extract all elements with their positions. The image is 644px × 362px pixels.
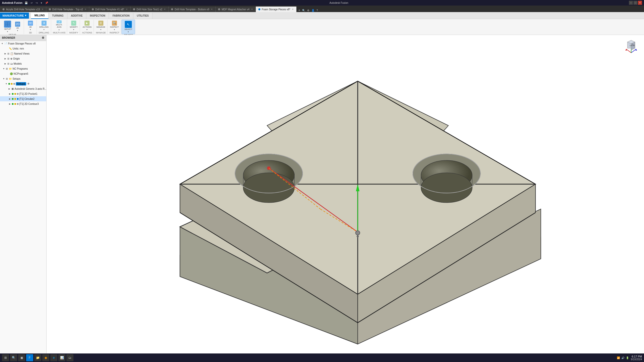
tree-dot3-setup1 (13, 83, 15, 85)
taskview-button[interactable]: ▣ (18, 354, 25, 361)
tab-account[interactable]: 👤 (311, 9, 315, 12)
tree-item-setup1[interactable]: ▼ Setup1 ⚙ (0, 81, 46, 86)
maximize-button[interactable]: □ (633, 1, 637, 5)
tab-close-2[interactable]: ✕ (126, 8, 128, 11)
tree-icon2-setups: 📁 (9, 77, 12, 80)
tree-dot2-contour3 (14, 103, 16, 105)
tab-0[interactable]: Acrylic Drill Hole Template v19 ✕ (0, 7, 46, 12)
tab-close-0[interactable]: ✕ (42, 8, 44, 11)
tab-help[interactable]: ? (316, 9, 319, 12)
tree-dot-setup1 (8, 83, 10, 85)
actions-button[interactable]: ▶ ACTIONS ▾ (83, 20, 92, 31)
qa-redo[interactable]: ↪ (35, 2, 38, 4)
toolbar-tabs: MILLING TURNING ADDITIVE INSPECTION FABR… (31, 12, 152, 19)
title-bar-left: Autodesk Fusion 💾 ↩ ↪ ▾ 📌 (2, 2, 49, 4)
taskbar-app2[interactable]: 🗂 (66, 354, 73, 361)
qa-pin[interactable]: 📌 (44, 2, 49, 4)
tree-item-units[interactable]: 📏 Units: mm (0, 46, 46, 51)
tab-close-1[interactable]: ✕ (85, 8, 87, 11)
multi-axis-button[interactable]: ↗ MULTI-AXIS ▾ (55, 20, 64, 31)
tree-item-origin[interactable]: ▶ ▦ ⊕ Origin (0, 56, 46, 61)
toolbar-tab-inspection[interactable]: INSPECTION (86, 13, 109, 19)
tab-add[interactable]: + (298, 9, 301, 12)
taskbar-app1[interactable]: 📊 (58, 354, 65, 361)
toolbar-tab-turning[interactable]: TURNING (49, 13, 67, 19)
tree-icon-root: 📄 (4, 42, 7, 45)
toolbar-tab-utilities[interactable]: UTILITIES (133, 13, 152, 19)
tab-search[interactable]: 🔍 (301, 9, 306, 12)
model-viewport-svg (47, 35, 644, 355)
manage-button[interactable]: ☰ MANAGE ▾ (96, 20, 105, 31)
tree-item-root[interactable]: ▼ 📄 Foam Storage Pieces v8 (0, 41, 46, 46)
toolbar-tab-fabrication[interactable]: FABRICATION (109, 13, 133, 19)
modify-button[interactable]: ✎ MODIFY ▾ (69, 20, 78, 31)
tree-dot-circular2 (12, 98, 14, 100)
taskbar-chrome[interactable]: ◉ (42, 354, 49, 361)
tab-close-6[interactable]: ✕ (292, 8, 294, 11)
tree-dot3-contour3 (17, 103, 19, 105)
view-cube[interactable]: FRONT RIGHT (622, 39, 640, 57)
manage-group-label: MANAGE (96, 31, 106, 34)
toolbar-tab-milling[interactable]: MILLING (31, 13, 49, 19)
close-button[interactable]: ✕ (638, 1, 642, 5)
manufacture-dropdown[interactable]: MANUFACTURE ▾ (0, 13, 29, 19)
tab-settings[interactable]: ⚙ (306, 9, 310, 12)
tree-item-models[interactable]: ▶ ▦ 🗂 Models (0, 61, 46, 66)
tree-item-pocket1[interactable]: ▶ [T1] 2D Pocket1 (0, 91, 46, 96)
2d-button[interactable]: 2D 2D ▾ (13, 21, 22, 32)
tree-item-named-views[interactable]: ▶ ▦ 📋 Named Views (0, 51, 46, 56)
tab-close-3[interactable]: ✕ (164, 8, 166, 11)
tab-2[interactable]: Drill Hole Template #1 v8* ✕ (89, 7, 131, 12)
qa-more[interactable]: ▾ (40, 2, 43, 4)
taskbar-edge[interactable]: e (50, 354, 57, 361)
tree-item-contour3[interactable]: ▶ [T1] 2D Contour3 (0, 101, 46, 106)
taskbar-fusion[interactable]: F (26, 354, 33, 361)
select-button[interactable]: ↖ SELECT ▾ (123, 20, 133, 33)
viewport[interactable]: FRONT RIGHT (47, 35, 644, 355)
tree-icon2-origin: ⊕ (10, 57, 12, 60)
tree-item-circular2[interactable]: ▶ [T1] Circular2 (0, 96, 46, 101)
tree-item-nc-program1[interactable]: 🟢 NCProgram5 (0, 71, 46, 76)
tab-close-5[interactable]: ✕ (251, 8, 253, 11)
multi-axis-group-label: MULTI-AXIS (53, 31, 66, 34)
title-bar-controls: ─ □ ✕ (629, 1, 642, 5)
toolbar-group-manage: ☰ MANAGE ▾ MANAGE (94, 20, 107, 34)
setup1-settings[interactable]: ⚙ (27, 82, 29, 85)
search-button[interactable]: 🔍 (10, 354, 17, 361)
tab-6[interactable]: Foam Storage Pieces v8* ✕ (256, 7, 297, 12)
toolbar-ribbon: SETUP ▾ 2D 2D ▾ SETUP 3D 3D ▾ 3D (0, 19, 644, 35)
tree-arrow-root[interactable]: ▼ (1, 42, 4, 45)
window-title: Autodesk Fusion (330, 2, 348, 4)
tab-4[interactable]: Drill Hole Template - Bottom v9 ✕ (169, 7, 216, 12)
minimize-button[interactable]: ─ (629, 1, 633, 5)
modify-group-label: MODIFY (69, 31, 78, 34)
main-area: BROWSER ⚙ ▼ 📄 Foam Storage Pieces v8 📏 U… (0, 35, 644, 355)
toolbar-group-setup: SETUP ▾ 2D 2D ▾ SETUP (1, 20, 24, 34)
tree-item-machine[interactable]: ▶ ▦ Autodesk Generic 3-axis R... (0, 86, 46, 91)
tab-close-4[interactable]: ✕ (211, 8, 213, 11)
tree-dot2-pocket1 (14, 93, 16, 95)
tree-dot3-circular2 (17, 98, 19, 100)
3d-group-label: 3D (29, 31, 32, 34)
toolbar-group-drilling: ⬇ DRILLING ▾ DRILLING (37, 20, 51, 34)
taskbar-explorer[interactable]: 📁 (34, 354, 41, 361)
svg-point-39 (357, 235, 359, 237)
browser-settings-icon[interactable]: ⚙ (42, 36, 44, 39)
battery-icon: 🔋 (626, 356, 629, 359)
tree-icon-models: ▦ (7, 62, 10, 65)
tab-1[interactable]: Drill Hole Template - Top v2 ✕ (46, 7, 89, 12)
tree-item-setups[interactable]: ▼ ▦ 📁 Setups (0, 76, 46, 81)
setup-button[interactable]: SETUP ▾ (3, 20, 13, 33)
drilling-button[interactable]: ⬇ DRILLING ▾ (39, 20, 49, 31)
tab-5[interactable]: MDF Magnet Attacher v4 ✕ (216, 7, 256, 12)
tree-dot2-setup1 (11, 83, 13, 85)
taskbar-clock[interactable]: 6:17 PM 9/10/2024 (631, 355, 642, 361)
tree-item-nc-programs[interactable]: ▼ ▦ 📁 NC Programs (0, 66, 46, 71)
start-button[interactable]: ⊞ (2, 354, 9, 361)
qa-undo[interactable]: ↩ (30, 2, 33, 4)
tab-3[interactable]: Drill Hole Size Test1 v2 ✕ (131, 7, 169, 12)
toolbar-tab-additive[interactable]: ADDITIVE (67, 13, 87, 19)
inspect-button[interactable]: 🔍 INSPECT ▾ (110, 20, 119, 31)
qa-save[interactable]: 💾 (24, 2, 28, 4)
3d-button[interactable]: 3D 3D ▾ (26, 20, 35, 31)
